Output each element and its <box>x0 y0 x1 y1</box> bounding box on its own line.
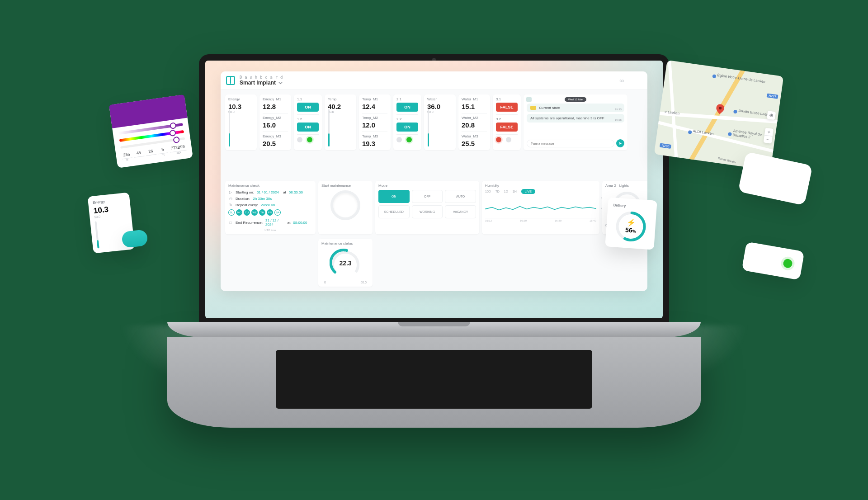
maintenance-status-card: Maintenance status 22.3 050.0 <box>318 239 373 287</box>
color-swatch <box>109 94 188 128</box>
blank-card-widget <box>738 151 812 205</box>
chevron-down-icon <box>278 81 283 85</box>
device-title: Smart Implant <box>240 80 276 86</box>
mode-button-vacancy[interactable]: VACANCY <box>445 205 476 218</box>
status-dot-on <box>307 137 312 142</box>
state-pill-21[interactable]: ON <box>396 103 418 112</box>
chat-expand-icon[interactable] <box>526 97 532 102</box>
weekday-fr[interactable]: FR <box>267 209 273 216</box>
stop-icon: □ <box>228 221 233 225</box>
water-card: Water 36.0 50.0 <box>424 94 456 150</box>
mode-button-auto[interactable]: AUTO <box>445 190 476 203</box>
state-pill-11[interactable]: ON <box>297 103 319 112</box>
clock-icon: ◷ <box>228 197 233 201</box>
sidebar-toggle-icon[interactable] <box>226 76 235 85</box>
map-widget[interactable]: Église Notre-Dame de Laeken N277 Jouets … <box>654 60 784 170</box>
pill-toggle-widget[interactable] <box>121 229 148 248</box>
energy-bar <box>229 109 230 146</box>
state-pill-22[interactable]: ON <box>396 123 418 132</box>
bolt-icon: ⚡ <box>627 219 636 226</box>
bot-badge-icon <box>530 106 536 110</box>
weekday-sa[interactable]: SA <box>274 209 281 216</box>
chat-input[interactable] <box>527 140 614 147</box>
chat-message: Current state 19:35 <box>527 104 624 112</box>
temp-card: Temp 40.2 50.0 <box>325 94 356 150</box>
range-tab-7d[interactable]: 7D <box>495 190 500 193</box>
weekday-th[interactable]: TH <box>259 209 265 216</box>
status-dot-red <box>496 137 501 142</box>
device-selector[interactable]: Smart Implant <box>240 80 283 86</box>
mode-button-off[interactable]: OFF <box>412 190 443 203</box>
mode-button-on[interactable]: ON <box>378 190 410 203</box>
dashboard-app: D a s h b o a r d Smart Implant ∞ Energy… <box>221 71 647 291</box>
weekday-selector[interactable]: SUMOTUWETHFRSA <box>228 209 312 216</box>
breadcrumb: D a s h b o a r d <box>240 75 283 80</box>
map-pin-icon <box>716 104 725 114</box>
send-button[interactable]: ➤ <box>616 139 624 147</box>
weekday-mo[interactable]: MO <box>236 209 242 216</box>
topbar: D a s h b o a r d Smart Implant ∞ <box>221 71 647 90</box>
chat-date-badge: Wed 13 Mar <box>565 97 587 102</box>
metrics-grid: Energy 10.3 50.0 Energy_M1 12.8 Energy_M… <box>221 90 647 176</box>
repeat-icon: ↻ <box>228 203 233 207</box>
state-pill-31[interactable]: FALSE <box>496 103 518 112</box>
water-sub-card: Water_M115.1 Water_M220.8 Water_M325.5 <box>458 94 490 150</box>
time-range-tabs[interactable]: 15D7D1D1HLIVE <box>485 189 596 194</box>
humidity-card: Humidity 15D7D1D1HLIVE 500 16:1216:2016:… <box>482 181 599 234</box>
energy-bar-icon <box>94 221 99 248</box>
map-locate-button[interactable]: ⊕ <box>767 111 776 120</box>
laptop-mockup: D a s h b o a r d Smart Implant ∞ Energy… <box>199 54 669 428</box>
maintenance-gauge: 22.3 <box>330 247 361 279</box>
energy-label: Energy <box>228 97 254 101</box>
weekday-su[interactable]: SU <box>228 209 235 216</box>
range-tab-1d[interactable]: 1D <box>504 190 508 193</box>
infinity-icon: ∞ <box>619 77 624 84</box>
status-dot-off <box>297 137 302 142</box>
state-pill-32[interactable]: FALSE <box>496 123 518 132</box>
col1-state-card: 1.1 ON 1.2ON <box>294 94 322 150</box>
humidity-sparkline: 500 <box>485 197 596 218</box>
color-picker-widget[interactable]: 255 45 26 5 772B99 R H HEX <box>109 94 193 168</box>
status-dot-green <box>783 258 793 269</box>
weekday-tu[interactable]: TU <box>244 209 250 216</box>
start-maintenance-button[interactable] <box>330 190 360 220</box>
col3-state-card: 3.1FALSE 3.2FALSE <box>493 94 521 150</box>
state-pill-12[interactable]: ON <box>297 123 319 132</box>
chat-panel: Wed 13 Mar Current state 19:35 All syste… <box>524 94 627 150</box>
mode-button-working[interactable]: WORKING <box>412 205 443 218</box>
start-maintenance-card: Start maintenance <box>318 181 373 234</box>
toggle-card-widget[interactable] <box>741 241 804 280</box>
battery-widget: Battery ⚡56% <box>605 197 657 250</box>
play-icon: ▷ <box>228 190 233 194</box>
range-tab-15d[interactable]: 15D <box>485 190 491 193</box>
energy-card: Energy 10.3 50.0 <box>225 94 257 150</box>
temp-sub-card: Temp_M112.4 Temp_M212.0 Temp_M319.3 <box>359 94 391 150</box>
mode-button-scheduled[interactable]: SCHEDULED <box>378 205 410 218</box>
energy-sub-card: Energy_M1 12.8 Energy_M216.0 Energy_M320… <box>259 94 291 150</box>
mode-card: Mode ONOFFAUTOSCHEDULEDWORKINGVACANCY <box>375 181 479 234</box>
weekday-we[interactable]: WE <box>251 209 258 216</box>
energy-value: 10.3 <box>228 103 254 110</box>
range-tab-1h[interactable]: 1H <box>513 190 517 193</box>
chat-message: All systems are operational, machine 3 i… <box>527 114 624 123</box>
col2-state-card: 2.1ON 2.2ON <box>393 94 421 150</box>
maintenance-check-card: Maintenance check ▷Starting on:01 / 01 /… <box>225 181 316 234</box>
range-tab-live[interactable]: LIVE <box>521 189 535 194</box>
